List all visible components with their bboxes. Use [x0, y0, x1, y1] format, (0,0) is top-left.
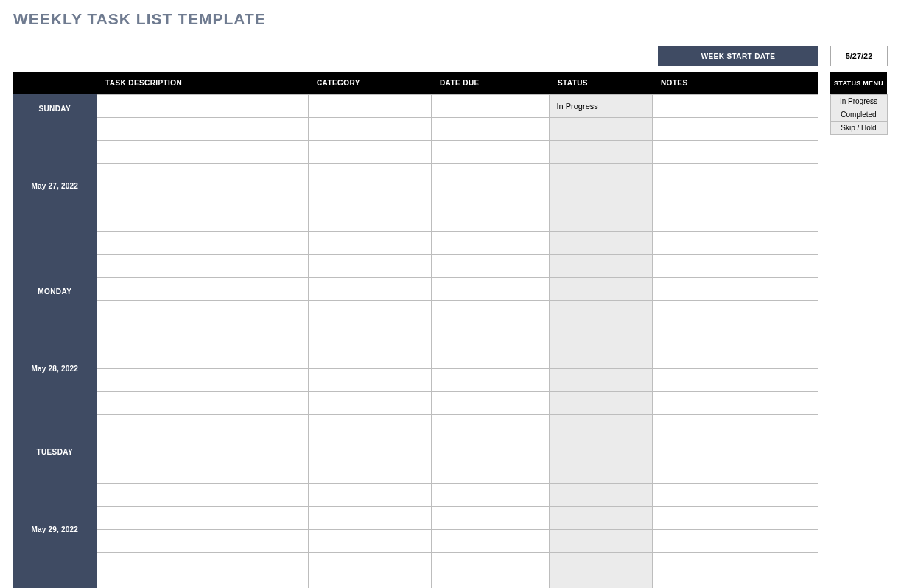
- task-cell[interactable]: [97, 209, 308, 231]
- status-cell[interactable]: [549, 117, 652, 140]
- status-cell[interactable]: [549, 163, 652, 186]
- due-cell[interactable]: [431, 346, 549, 368]
- status-cell[interactable]: [549, 392, 652, 415]
- category-cell[interactable]: [308, 300, 431, 323]
- status-cell[interactable]: In Progress: [549, 94, 652, 117]
- notes-cell[interactable]: [652, 231, 818, 254]
- notes-cell[interactable]: [652, 392, 818, 415]
- notes-cell[interactable]: [652, 438, 818, 461]
- notes-cell[interactable]: [652, 346, 818, 368]
- due-cell[interactable]: [431, 506, 549, 529]
- task-cell[interactable]: [97, 186, 308, 209]
- category-cell[interactable]: [308, 415, 431, 438]
- status-menu-option[interactable]: Completed: [830, 108, 887, 121]
- category-cell[interactable]: [308, 186, 431, 209]
- notes-cell[interactable]: [652, 483, 818, 506]
- category-cell[interactable]: [308, 483, 431, 506]
- task-cell[interactable]: [97, 483, 308, 506]
- due-cell[interactable]: [431, 530, 549, 553]
- category-cell[interactable]: [308, 369, 431, 392]
- due-cell[interactable]: [431, 277, 549, 300]
- status-cell[interactable]: [549, 369, 652, 392]
- status-menu-option[interactable]: Skip / Hold: [830, 121, 887, 134]
- task-cell[interactable]: [97, 231, 308, 254]
- status-menu-option[interactable]: In Progress: [830, 94, 887, 108]
- due-cell[interactable]: [431, 553, 549, 575]
- notes-cell[interactable]: [652, 117, 818, 140]
- status-cell[interactable]: [549, 506, 652, 529]
- task-cell[interactable]: [97, 323, 308, 346]
- status-cell[interactable]: [549, 209, 652, 231]
- category-cell[interactable]: [308, 117, 431, 140]
- due-cell[interactable]: [431, 163, 549, 186]
- task-cell[interactable]: [97, 530, 308, 553]
- notes-cell[interactable]: [652, 553, 818, 575]
- task-cell[interactable]: [97, 277, 308, 300]
- notes-cell[interactable]: [652, 530, 818, 553]
- due-cell[interactable]: [431, 415, 549, 438]
- status-cell[interactable]: [549, 300, 652, 323]
- status-cell[interactable]: [549, 254, 652, 277]
- category-cell[interactable]: [308, 277, 431, 300]
- due-cell[interactable]: [431, 300, 549, 323]
- category-cell[interactable]: [308, 553, 431, 575]
- notes-cell[interactable]: [652, 186, 818, 209]
- notes-cell[interactable]: [652, 254, 818, 277]
- task-cell[interactable]: [97, 506, 308, 529]
- due-cell[interactable]: [431, 231, 549, 254]
- status-cell[interactable]: [549, 553, 652, 575]
- status-cell[interactable]: [549, 415, 652, 438]
- task-cell[interactable]: [97, 461, 308, 483]
- category-cell[interactable]: [308, 506, 431, 529]
- due-cell[interactable]: [431, 209, 549, 231]
- status-cell[interactable]: [549, 575, 652, 588]
- due-cell[interactable]: [431, 483, 549, 506]
- task-cell[interactable]: [97, 94, 308, 117]
- category-cell[interactable]: [308, 209, 431, 231]
- category-cell[interactable]: [308, 438, 431, 461]
- category-cell[interactable]: [308, 163, 431, 186]
- status-cell[interactable]: [549, 323, 652, 346]
- notes-cell[interactable]: [652, 461, 818, 483]
- notes-cell[interactable]: [652, 323, 818, 346]
- task-cell[interactable]: [97, 575, 308, 588]
- notes-cell[interactable]: [652, 575, 818, 588]
- task-cell[interactable]: [97, 254, 308, 277]
- status-cell[interactable]: [549, 186, 652, 209]
- due-cell[interactable]: [431, 369, 549, 392]
- task-cell[interactable]: [97, 392, 308, 415]
- due-cell[interactable]: [431, 94, 549, 117]
- status-cell[interactable]: [549, 140, 652, 163]
- due-cell[interactable]: [431, 392, 549, 415]
- notes-cell[interactable]: [652, 209, 818, 231]
- status-cell[interactable]: [549, 231, 652, 254]
- category-cell[interactable]: [308, 140, 431, 163]
- task-cell[interactable]: [97, 553, 308, 575]
- notes-cell[interactable]: [652, 277, 818, 300]
- due-cell[interactable]: [431, 140, 549, 163]
- notes-cell[interactable]: [652, 94, 818, 117]
- due-cell[interactable]: [431, 575, 549, 588]
- status-cell[interactable]: [549, 346, 652, 368]
- category-cell[interactable]: [308, 530, 431, 553]
- week-start-date-input[interactable]: 5/27/22: [830, 46, 888, 66]
- status-cell[interactable]: [549, 277, 652, 300]
- category-cell[interactable]: [308, 575, 431, 588]
- task-cell[interactable]: [97, 415, 308, 438]
- due-cell[interactable]: [431, 254, 549, 277]
- task-cell[interactable]: [97, 163, 308, 186]
- notes-cell[interactable]: [652, 163, 818, 186]
- category-cell[interactable]: [308, 346, 431, 368]
- task-cell[interactable]: [97, 140, 308, 163]
- category-cell[interactable]: [308, 392, 431, 415]
- notes-cell[interactable]: [652, 300, 818, 323]
- due-cell[interactable]: [431, 461, 549, 483]
- notes-cell[interactable]: [652, 506, 818, 529]
- category-cell[interactable]: [308, 461, 431, 483]
- task-cell[interactable]: [97, 117, 308, 140]
- notes-cell[interactable]: [652, 415, 818, 438]
- task-cell[interactable]: [97, 346, 308, 368]
- due-cell[interactable]: [431, 438, 549, 461]
- task-cell[interactable]: [97, 369, 308, 392]
- category-cell[interactable]: [308, 231, 431, 254]
